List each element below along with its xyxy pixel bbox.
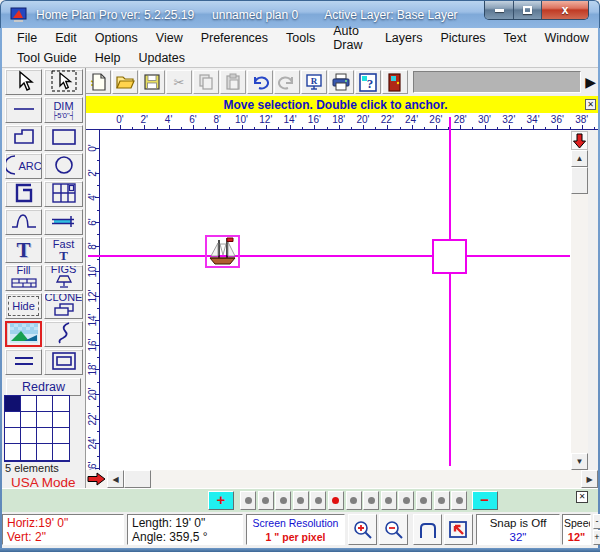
fast-text-tool-button[interactable]: FastT — [44, 237, 83, 263]
fit-view-button[interactable] — [413, 514, 442, 545]
menu-options[interactable]: Options — [86, 31, 147, 45]
scroll-up-button[interactable]: ▲ — [571, 150, 588, 167]
text-tool-button[interactable]: T — [5, 237, 42, 263]
horizontal-scrollbar-track[interactable] — [86, 470, 598, 488]
grid-cell[interactable] — [5, 428, 21, 444]
select-group-tool-button[interactable] — [44, 69, 83, 95]
layer-dot-button-3[interactable] — [275, 491, 291, 510]
inner-rectangle-tool-button[interactable] — [44, 349, 83, 375]
zoom-selection-button[interactable] — [444, 514, 473, 545]
horizontal-scrollbar-thumb[interactable] — [124, 470, 151, 488]
grid-cell[interactable] — [21, 412, 37, 428]
circle-tool-button[interactable] — [44, 153, 83, 179]
speed-decrease-button[interactable]: - — [593, 514, 600, 529]
vertical-scrollbar-thumb[interactable] — [571, 167, 588, 194]
remove-layer-button[interactable]: − — [472, 491, 498, 510]
grid-cell[interactable] — [37, 444, 53, 460]
layer-dot-button-7[interactable] — [346, 491, 362, 510]
close-button[interactable]: x — [542, 1, 588, 19]
grid-cell[interactable] — [53, 396, 69, 412]
layer-dot-button-4[interactable] — [293, 491, 309, 510]
layer-dot-button-5[interactable] — [310, 491, 326, 510]
fill-tool-button[interactable]: Fill — [5, 265, 42, 291]
rectangle-tool-button[interactable] — [44, 125, 83, 151]
drawing-canvas[interactable] — [100, 130, 571, 470]
figures-tool-button[interactable]: FIGS — [44, 265, 83, 291]
grid-cell[interactable] — [53, 444, 69, 460]
grid-cell[interactable] — [21, 396, 37, 412]
toolbar-scroll-right-icon[interactable]: ▶ — [585, 74, 596, 90]
dot-bar-close-icon[interactable]: ✕ — [576, 491, 588, 503]
snap-panel[interactable]: Snap is Off 32" — [476, 514, 560, 545]
element-selection-grid[interactable] — [4, 395, 70, 462]
menu-auto-draw[interactable]: Auto Draw — [324, 24, 376, 52]
stairs-tool-button[interactable] — [5, 181, 42, 207]
grid-cell[interactable] — [37, 428, 53, 444]
grid-cell[interactable] — [37, 412, 53, 428]
line-tool-button[interactable] — [5, 97, 42, 123]
vertical-scrollbar-track[interactable] — [571, 150, 588, 470]
open-plan-button[interactable] — [112, 70, 138, 94]
menu-text[interactable]: Text — [495, 31, 536, 45]
exit-button[interactable] — [382, 70, 408, 94]
grid-cell[interactable] — [5, 396, 21, 412]
copy-button[interactable] — [193, 70, 219, 94]
scroll-down-button[interactable]: ▼ — [571, 453, 588, 470]
grid-cell[interactable] — [5, 444, 21, 460]
menu-tools[interactable]: Tools — [277, 31, 324, 45]
undo-button[interactable] — [247, 70, 273, 94]
windows-tool-button[interactable] — [44, 181, 83, 207]
grid-cell[interactable] — [21, 444, 37, 460]
new-plan-button[interactable] — [85, 70, 111, 94]
polyline-tool-button[interactable] — [5, 125, 42, 151]
grid-cell[interactable] — [37, 396, 53, 412]
scroll-right-button[interactable]: ▶ — [581, 470, 598, 488]
print-button[interactable] — [328, 70, 354, 94]
menu-edit[interactable]: Edit — [46, 31, 86, 45]
select-tool-button[interactable] — [5, 69, 42, 95]
layer-dot-button-6[interactable] — [328, 491, 344, 510]
grid-cell[interactable] — [53, 428, 69, 444]
zoom-in-button[interactable] — [348, 514, 377, 545]
ship-selection-box[interactable] — [205, 235, 240, 268]
pan-red-arrow-icon[interactable] — [87, 472, 106, 486]
paste-button[interactable] — [220, 70, 246, 94]
menu-view[interactable]: View — [147, 31, 192, 45]
add-layer-button[interactable]: + — [208, 491, 234, 510]
scroll-left-button[interactable]: ◀ — [107, 470, 124, 488]
help-button[interactable]: ? — [355, 70, 381, 94]
menu-preferences[interactable]: Preferences — [192, 31, 277, 45]
arc-tool-button[interactable]: ARC — [5, 153, 42, 179]
menu-layers[interactable]: Layers — [376, 31, 432, 45]
message-close-icon[interactable]: ✕ — [585, 99, 596, 110]
parallel-lines-tool-button[interactable] — [5, 349, 42, 375]
wall-tool-button[interactable] — [44, 209, 83, 235]
save-plan-button[interactable] — [139, 70, 165, 94]
picture-tool-button[interactable] — [5, 321, 42, 347]
maximize-button[interactable] — [514, 1, 542, 19]
roof-curve-tool-button[interactable] — [5, 209, 42, 235]
layer-dot-button-9[interactable] — [381, 491, 397, 510]
screen-res-button[interactable]: R — [301, 70, 327, 94]
layer-dot-button-10[interactable] — [398, 491, 414, 510]
clone-tool-button[interactable]: CLONE — [44, 293, 83, 319]
hide-tool-button[interactable]: Hide — [5, 293, 42, 319]
layer-dot-button-8[interactable] — [363, 491, 379, 510]
cut-button[interactable]: ✂ — [166, 70, 192, 94]
freehand-tool-button[interactable] — [44, 321, 83, 347]
layer-dot-button-1[interactable] — [240, 491, 256, 510]
speed-increase-button[interactable]: + — [593, 530, 600, 545]
menu-pictures[interactable]: Pictures — [431, 31, 494, 45]
redo-button[interactable] — [274, 70, 300, 94]
minimize-button[interactable] — [485, 1, 514, 19]
grid-cell[interactable] — [53, 412, 69, 428]
menu-help[interactable]: Help — [86, 51, 130, 65]
zoom-out-button[interactable] — [379, 514, 408, 545]
grid-cell[interactable] — [5, 412, 21, 428]
anchor-selection-square[interactable] — [432, 239, 467, 274]
dimension-tool-button[interactable]: DIM├5'0"┤ — [44, 97, 83, 123]
redraw-button[interactable]: Redraw — [6, 378, 81, 396]
scroll-up-red-arrow-button[interactable] — [571, 131, 588, 150]
layer-dot-button-13[interactable] — [451, 491, 467, 510]
layer-dot-button-2[interactable] — [258, 491, 274, 510]
